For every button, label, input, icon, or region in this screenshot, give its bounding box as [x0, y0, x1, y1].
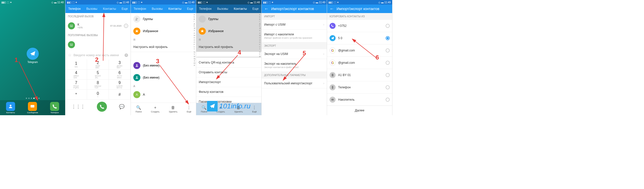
menu-send[interactable]: Отправить контакты [196, 68, 261, 77]
svg-rect-13 [331, 99, 334, 101]
tab-calls[interactable]: Вызовы [86, 7, 97, 11]
avatar: Ш [68, 22, 75, 29]
radio[interactable] [386, 98, 390, 102]
svg-rect-11 [332, 74, 334, 77]
source-row[interactable]: G@gmail.com [327, 57, 392, 69]
import-storage[interactable]: Импорт с накопителяИмпорт файлов vCard с… [262, 30, 327, 42]
menu-filter[interactable]: Фильтр контактов [196, 87, 261, 97]
dial-key-6[interactable]: 6РСТУMNO [109, 70, 131, 80]
dial-key-3[interactable]: 3ДЕЖЗDEF [109, 59, 131, 70]
tab-more[interactable]: Еще [187, 7, 193, 11]
battery-icon: ▬ [54, 1, 57, 4]
custom-import[interactable]: Пользовательский импорт/экспорт› [262, 79, 327, 88]
storage-icon [330, 97, 336, 103]
back-icon[interactable]: ← [264, 6, 269, 12]
dock-contacts[interactable]: Контакты [6, 102, 15, 114]
section-import: ИМПОРТ [262, 13, 327, 20]
status-bar: ▮▮▯⬚✦ ◇▬11:49 [262, 0, 327, 5]
radio[interactable] [386, 48, 390, 52]
groups-row[interactable]: Группы [131, 13, 196, 25]
source-row[interactable]: Накопитель [327, 94, 392, 106]
tab-phone[interactable]: Телефон [199, 7, 212, 11]
menu-qr[interactable]: Считать QR-код контакта [196, 58, 261, 68]
radio[interactable] [386, 36, 390, 40]
info-icon[interactable]: i [124, 24, 128, 28]
tab-contacts[interactable]: Контакты [103, 7, 116, 11]
source-row[interactable]: A1 BY 01 [327, 69, 392, 81]
radio[interactable] [386, 73, 390, 77]
letter-divider: Я [131, 37, 196, 42]
watermark: 101info.ru [196, 101, 261, 111]
annotation-1: 1 [15, 56, 18, 64]
header-bar: ← Импорт/экспорт контактов [262, 5, 327, 13]
dial-key-9[interactable]: 9ЬЭЮЯWXYZ [109, 80, 131, 90]
profile-setup[interactable]: Настроить мой профиль [131, 42, 196, 52]
menu-import[interactable]: Импорт/экспорт [196, 77, 261, 87]
dial-key-4[interactable]: 4ИЙКЛGHI [65, 70, 87, 80]
star-icon [199, 28, 206, 35]
alpha-index[interactable]: АБВГДЕЖЗЛМНОПРСТЦЧШЩЭЮЯ [194, 14, 195, 66]
dial-key-5[interactable]: 5МНОПJKL [87, 70, 109, 80]
google-icon: G [330, 47, 336, 53]
contact-row[interactable]: (Без имени) [131, 59, 196, 72]
favorites-row[interactable]: Избранное [131, 25, 196, 37]
tab-more[interactable]: Еще [252, 7, 258, 11]
dial-key-1[interactable]: 1QQ [65, 59, 87, 70]
dock-messages[interactable]: Сообщения [27, 102, 38, 114]
back-icon[interactable]: ← [330, 6, 334, 12]
radio[interactable] [386, 24, 390, 28]
tab-calls[interactable]: Вызовы [217, 7, 228, 11]
import-usim[interactable]: Импорт с USIM› [262, 20, 327, 30]
profile-setup[interactable]: Настроить мой профиль [196, 42, 261, 52]
dock: Контакты Сообщения Телефон [0, 100, 65, 115]
next-button[interactable]: Далее [327, 105, 392, 115]
svg-rect-1 [31, 105, 34, 107]
dial-key-0[interactable]: 0+ [87, 90, 109, 100]
contact-row[interactable]: (Без имени) [131, 72, 196, 84]
clear-icon[interactable]: ✕ [125, 53, 128, 57]
sms-icon[interactable]: 💬 [119, 104, 125, 109]
tab-phone[interactable]: Телефон [134, 7, 146, 11]
tab-bar: Телефон Вызовы Контакты Еще [196, 5, 261, 13]
telegram-icon [330, 35, 336, 41]
star-icon[interactable]: ☆ [68, 53, 71, 57]
telegram-app-icon[interactable]: Telegram [27, 48, 39, 64]
dial-key-7[interactable]: 7ФХЦЧPQRS [65, 80, 87, 90]
favorites-row[interactable]: Избранное [196, 25, 261, 37]
status-bar: ▮▮▯⬚✦ ◇▬11:48 [196, 0, 261, 5]
source-row[interactable]: +3752 [327, 20, 392, 32]
search-action[interactable]: 🔍Поиск [135, 105, 142, 113]
tab-bar: Телефон Вызовы Контакты Еще [131, 5, 196, 13]
source-row[interactable]: 5 0 [327, 32, 392, 44]
page-title: Импорт/экспорт контактов [271, 7, 314, 11]
section-extra: ДОПОЛНИТЕЛЬНЫЕ ПАРАМЕТРЫ [262, 72, 327, 79]
source-row[interactable]: Телефон [327, 81, 392, 94]
groups-icon [199, 16, 206, 23]
call-row[interactable]: Ш [65, 39, 131, 51]
radio[interactable] [386, 85, 390, 89]
delete-action[interactable]: 🗑Удалить [169, 105, 177, 113]
tab-calls[interactable]: Вызовы [152, 7, 163, 11]
radio[interactable] [386, 61, 390, 65]
call-row[interactable]: Ш К+375 07.02.2020 i [65, 20, 131, 32]
svg-point-4 [136, 18, 137, 19]
tab-phone[interactable]: Телефон [68, 7, 81, 11]
tab-more[interactable]: Еще [122, 7, 128, 11]
groups-row[interactable]: Группы [196, 13, 261, 25]
tab-contacts[interactable]: Контакты [234, 7, 247, 11]
dial-key-#[interactable]: # [109, 90, 131, 100]
contact-row[interactable]: A A [131, 89, 196, 101]
dialpad-icon[interactable]: ⋮⋮⋮ [71, 104, 85, 109]
tab-contacts[interactable]: Контакты [168, 7, 181, 11]
create-action[interactable]: +Создать [151, 105, 159, 113]
contacts-menu-panel: ▮▮▯⬚✦ ◇▬11:48 Телефон Вызовы Контакты Ещ… [196, 0, 262, 115]
more-action[interactable]: ⋮Ещё [187, 105, 191, 113]
export-storage[interactable]: Экспорт на накопительЭкспорт контактов в… [262, 59, 327, 72]
dial-key-8[interactable]: 8ШЩЪЫTUV [87, 80, 109, 90]
export-usim[interactable]: Экспорт на USIM› [262, 49, 327, 59]
dock-phone[interactable]: Телефон [50, 102, 59, 114]
call-button[interactable] [97, 102, 107, 112]
source-row[interactable]: G@gmail.com [327, 44, 392, 57]
section-export: ЭКСПОРТ [262, 42, 327, 49]
dial-key-*[interactable]: * [65, 90, 87, 100]
